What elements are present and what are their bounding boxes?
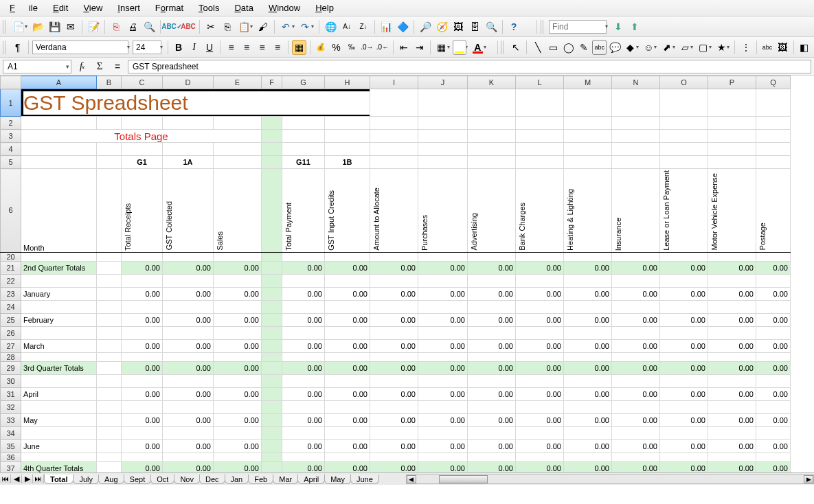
cell-B36[interactable] bbox=[97, 453, 122, 461]
cell-A21[interactable]: 2nd Quarter Totals bbox=[21, 261, 97, 274]
cell-A2[interactable] bbox=[21, 117, 97, 130]
cell-E37[interactable]: 0.00 bbox=[214, 461, 262, 472]
cell-K36[interactable] bbox=[468, 453, 516, 461]
cell-A34[interactable] bbox=[21, 426, 97, 439]
cell-B32[interactable] bbox=[97, 400, 122, 413]
cell-K6[interactable]: Advertising bbox=[468, 169, 516, 253]
cell-F33[interactable] bbox=[262, 413, 282, 426]
cell-L32[interactable] bbox=[516, 400, 564, 413]
cell-I35[interactable]: 0.00 bbox=[370, 439, 418, 453]
cell-O21[interactable]: 0.00 bbox=[660, 261, 708, 274]
cell-H30[interactable] bbox=[325, 374, 370, 387]
cell-M4[interactable] bbox=[564, 143, 612, 156]
select-arrow-icon[interactable]: ↖ bbox=[509, 40, 523, 55]
cell-L24[interactable] bbox=[516, 300, 564, 313]
cell-N35[interactable]: 0.00 bbox=[612, 439, 660, 453]
cell-I2[interactable] bbox=[370, 117, 418, 130]
cell-J25[interactable]: 0.00 bbox=[418, 313, 468, 326]
cell-C30[interactable] bbox=[122, 374, 163, 387]
cell-C4[interactable] bbox=[122, 143, 163, 156]
find-dropdown[interactable]: ▾ bbox=[605, 23, 608, 30]
cell-N20[interactable] bbox=[612, 252, 660, 261]
cell-K28[interactable] bbox=[468, 352, 516, 361]
cell-E25[interactable]: 0.00 bbox=[214, 313, 262, 326]
cell-N26[interactable] bbox=[612, 326, 660, 339]
tab-last-icon[interactable]: ⏭ bbox=[33, 474, 44, 483]
cell-G33[interactable]: 0.00 bbox=[282, 413, 325, 426]
col-header-N[interactable]: N bbox=[612, 76, 660, 89]
cell-K33[interactable]: 0.00 bbox=[468, 413, 516, 426]
cell-E5[interactable] bbox=[214, 156, 262, 169]
redo-dropdown[interactable]: ▾ bbox=[311, 23, 314, 30]
col-header-M[interactable]: M bbox=[564, 76, 612, 89]
cell-N21[interactable]: 0.00 bbox=[612, 261, 660, 274]
cell-D25[interactable]: 0.00 bbox=[163, 313, 214, 326]
cell-C21[interactable]: 0.00 bbox=[122, 261, 163, 274]
cell-J31[interactable]: 0.00 bbox=[418, 387, 468, 400]
cell-B35[interactable] bbox=[97, 439, 122, 453]
cell-E31[interactable]: 0.00 bbox=[214, 387, 262, 400]
cell-N6[interactable]: Insurance bbox=[612, 169, 660, 253]
cell-A36[interactable] bbox=[21, 453, 97, 461]
cell-Q21[interactable]: 0.00 bbox=[756, 261, 791, 274]
borders-icon[interactable]: ▦ bbox=[434, 40, 449, 55]
cell-O35[interactable]: 0.00 bbox=[660, 439, 708, 453]
menu-data[interactable]: Data bbox=[227, 1, 260, 14]
cell-E24[interactable] bbox=[214, 300, 262, 313]
increase-indent-icon[interactable]: ⇥ bbox=[413, 40, 427, 55]
cell-H35[interactable]: 0.00 bbox=[325, 439, 370, 453]
cell-J20[interactable] bbox=[418, 252, 468, 261]
cell-Q25[interactable]: 0.00 bbox=[756, 313, 791, 326]
new-doc-icon[interactable]: 📄 bbox=[11, 19, 26, 34]
cell-H29[interactable]: 0.00 bbox=[325, 361, 370, 374]
row-header-34[interactable]: 34 bbox=[1, 426, 21, 439]
col-header-E[interactable]: E bbox=[214, 76, 262, 89]
cell-I28[interactable] bbox=[370, 352, 418, 361]
cell-F28[interactable] bbox=[262, 352, 282, 361]
cell-I5[interactable] bbox=[370, 156, 418, 169]
styles-icon[interactable]: ¶ bbox=[11, 40, 25, 55]
cell-K5[interactable] bbox=[468, 156, 516, 169]
cell-N28[interactable] bbox=[612, 352, 660, 361]
col-header-G[interactable]: G bbox=[282, 76, 325, 89]
merge-cells-icon[interactable]: ▦ bbox=[292, 40, 306, 55]
help-icon[interactable]: ? bbox=[506, 19, 521, 34]
cell-D4[interactable] bbox=[163, 143, 214, 156]
cell-I34[interactable] bbox=[370, 426, 418, 439]
cell-H37[interactable]: 0.00 bbox=[325, 461, 370, 472]
cell-O27[interactable]: 0.00 bbox=[660, 339, 708, 352]
cell-K27[interactable]: 0.00 bbox=[468, 339, 516, 352]
bgcolor-icon[interactable] bbox=[453, 40, 467, 55]
tab-prev-icon[interactable]: ◀ bbox=[11, 474, 22, 483]
menu-insert[interactable]: Insert bbox=[111, 1, 147, 14]
cell-F24[interactable] bbox=[262, 300, 282, 313]
cell-M20[interactable] bbox=[564, 252, 612, 261]
cell-N5[interactable] bbox=[612, 156, 660, 169]
cell-M6[interactable]: Heating & Lighting bbox=[564, 169, 612, 253]
cell-A5[interactable] bbox=[21, 156, 97, 169]
cell-L30[interactable] bbox=[516, 374, 564, 387]
row-header-26[interactable]: 26 bbox=[1, 326, 21, 339]
cell-G24[interactable] bbox=[282, 300, 325, 313]
cell-B23[interactable] bbox=[97, 287, 122, 300]
menu-edit[interactable]: Edit bbox=[46, 1, 75, 14]
cell-D23[interactable]: 0.00 bbox=[163, 287, 214, 300]
cell-K29[interactable]: 0.00 bbox=[468, 361, 516, 374]
cell-C5[interactable]: G1 bbox=[122, 156, 163, 169]
cell-I22[interactable] bbox=[370, 274, 418, 287]
line-icon[interactable]: ╲ bbox=[530, 40, 545, 55]
row-header-28[interactable]: 28 bbox=[1, 352, 21, 361]
cell-P26[interactable] bbox=[708, 326, 756, 339]
cell-A24[interactable] bbox=[21, 300, 97, 313]
cell-A32[interactable] bbox=[21, 400, 97, 413]
cell-H31[interactable]: 0.00 bbox=[325, 387, 370, 400]
cell-H21[interactable]: 0.00 bbox=[325, 261, 370, 274]
row-header-33[interactable]: 33 bbox=[1, 413, 21, 426]
cell-O6[interactable]: Lease or Loan Payment bbox=[660, 169, 708, 253]
cell-E23[interactable]: 0.00 bbox=[214, 287, 262, 300]
cell-O29[interactable]: 0.00 bbox=[660, 361, 708, 374]
cell-L22[interactable] bbox=[516, 274, 564, 287]
cell-A6[interactable]: Month bbox=[21, 169, 97, 253]
extrusion-icon[interactable]: ◧ bbox=[798, 40, 812, 55]
row-header-32[interactable]: 32 bbox=[1, 400, 21, 413]
